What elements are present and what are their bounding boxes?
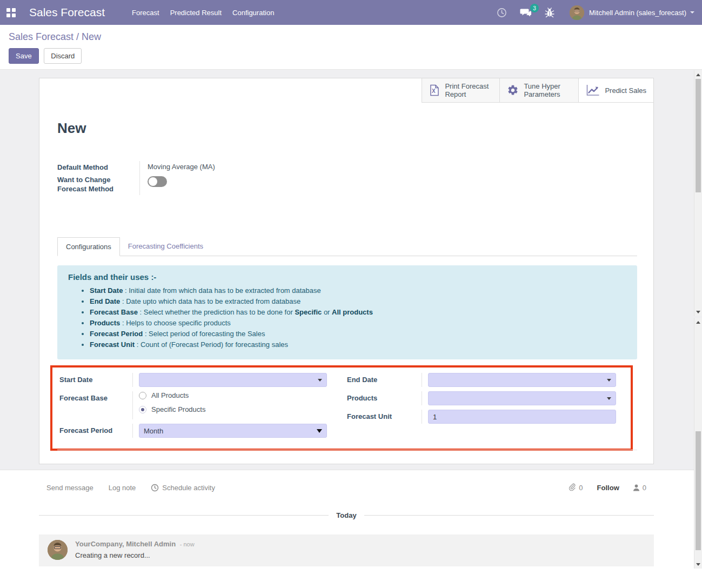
- chart-line-icon: [586, 84, 600, 96]
- top-navbar: Sales Forecast Forecast Predicted Result…: [0, 0, 702, 25]
- forecast-period-label: Forecast Period: [52, 424, 132, 442]
- chatter-right-tools: 0 Follow 0: [555, 483, 646, 492]
- nav-menu-predicted-result[interactable]: Predicted Result: [165, 0, 227, 25]
- user-menu[interactable]: Mitchell Admin (sales_forecast): [589, 9, 694, 17]
- products-input[interactable]: [428, 391, 616, 405]
- scrollbar-thumb[interactable]: [696, 79, 701, 192]
- highlighted-fields-section: Start Date Forecast Base All Products: [50, 365, 633, 451]
- user-name: Mitchell Admin (sales_forecast): [589, 9, 686, 17]
- message-author[interactable]: YourCompany, Mitchell Admin: [75, 540, 176, 548]
- log-note-button[interactable]: Log note: [109, 484, 136, 492]
- apps-menu-icon[interactable]: [6, 8, 16, 17]
- breadcrumb-current: New: [82, 31, 101, 42]
- tab-forecasting-coefficients[interactable]: Forecasting Coefficients: [120, 237, 211, 256]
- chatter: Send message Log note Schedule activity …: [0, 470, 702, 566]
- fields-right-column: End Date Products Foreca: [342, 373, 631, 442]
- clock-icon: [151, 484, 159, 492]
- send-message-button[interactable]: Send message: [46, 484, 93, 492]
- nav-menu-configuration[interactable]: Configuration: [227, 0, 279, 25]
- breadcrumb-parent[interactable]: Sales Forecast: [9, 31, 73, 42]
- info-bullet: Forecast Period : Select period of forec…: [90, 330, 627, 338]
- schedule-activity-label: Schedule activity: [162, 484, 215, 492]
- radio-selected-icon: [139, 406, 146, 413]
- start-date-input[interactable]: [139, 373, 327, 387]
- message-body: Creating a new record...: [75, 551, 195, 559]
- svg-text:X: X: [432, 88, 436, 94]
- app-title[interactable]: Sales Forecast: [29, 6, 105, 19]
- nav-menu-forecast[interactable]: Forecast: [126, 0, 165, 25]
- end-date-label: End Date: [342, 373, 422, 391]
- main-scrollbar[interactable]: [694, 70, 702, 316]
- forecast-unit-field: [428, 410, 616, 424]
- forecast-unit-input[interactable]: [428, 410, 616, 424]
- change-method-toggle[interactable]: [148, 176, 167, 187]
- user-menu-caret-icon: [690, 11, 694, 14]
- scroll-down-icon[interactable]: [694, 560, 702, 568]
- button-label: Print Forecast Report: [445, 82, 492, 98]
- user-avatar[interactable]: [570, 5, 584, 20]
- secondary-scrollbar[interactable]: [694, 318, 702, 569]
- scroll-down-icon[interactable]: [694, 308, 702, 316]
- navbar-right: 3 Mitchell Admin (sales_forecast): [484, 5, 694, 20]
- change-method-label: Want to Change Forecast Method: [57, 173, 138, 195]
- today-divider: Today: [39, 511, 654, 519]
- forecast-unit-label: Forecast Unit: [342, 410, 422, 428]
- radio-all-products[interactable]: All Products: [139, 391, 327, 399]
- nav-menus: Forecast Predicted Result Configuration: [126, 0, 279, 25]
- form-sheet: X Print Forecast Report Tune Hyper Param…: [39, 78, 654, 464]
- control-panel: Sales Forecast / New Save Discard: [0, 25, 702, 70]
- follow-button[interactable]: Follow: [597, 484, 619, 492]
- follower-count: 0: [643, 484, 646, 492]
- notebook-tabs: Configurations Forecasting Coefficients: [57, 237, 637, 256]
- messages-icon[interactable]: 3: [520, 8, 532, 17]
- xls-report-icon: X: [429, 84, 440, 97]
- method-field-group: Default Method Moving Average (MA) Want …: [57, 161, 403, 195]
- message-timestamp: - now: [180, 541, 195, 547]
- predict-sales-button[interactable]: Predict Sales: [578, 78, 653, 103]
- info-bullet-list: Start Date : Initial date from which dat…: [68, 287, 627, 349]
- breadcrumb-separator: /: [76, 31, 82, 42]
- tab-configurations[interactable]: Configurations: [57, 237, 120, 256]
- end-date-field: [428, 373, 616, 387]
- record-title: New: [57, 120, 637, 137]
- form-action-buttons: Save Discard: [9, 48, 693, 64]
- select-arrow-icon: [317, 429, 322, 433]
- schedule-activity-button[interactable]: Schedule activity: [151, 484, 215, 492]
- activities-clock-icon[interactable]: [497, 8, 507, 18]
- info-bullet: Start Date : Initial date from which dat…: [90, 287, 627, 295]
- radio-unselected-icon: [139, 392, 146, 399]
- discard-button[interactable]: Discard: [44, 48, 82, 64]
- today-label: Today: [329, 511, 364, 519]
- toggle-knob: [149, 177, 157, 186]
- attachments-button[interactable]: 0: [568, 483, 583, 492]
- content-area: X Print Forecast Report Tune Hyper Param…: [0, 70, 702, 470]
- save-button[interactable]: Save: [9, 48, 39, 64]
- forecast-period-value: Month: [144, 427, 163, 435]
- scroll-up-icon[interactable]: [694, 71, 702, 78]
- message-author-avatar: [48, 540, 68, 560]
- scroll-up-icon[interactable]: [694, 318, 702, 326]
- followers-button[interactable]: 0: [632, 484, 646, 492]
- end-date-input[interactable]: [428, 373, 616, 387]
- forecast-base-label: Forecast Base: [52, 391, 132, 424]
- message-content: YourCompany, Mitchell Admin - now Creati…: [75, 540, 195, 560]
- radio-specific-products[interactable]: Specific Products: [139, 405, 327, 413]
- forecast-period-select[interactable]: Month: [139, 424, 327, 438]
- person-icon: [632, 484, 640, 492]
- info-bullet: Forecast Unit : Count of (Forecast Perio…: [90, 341, 627, 349]
- print-forecast-report-button[interactable]: X Print Forecast Report: [422, 78, 499, 103]
- scrollbar-thumb[interactable]: [696, 431, 701, 550]
- gear-icon: [507, 84, 519, 96]
- tune-hyper-parameters-button[interactable]: Tune Hyper Parameters: [499, 78, 578, 103]
- bug-icon[interactable]: [545, 8, 554, 18]
- info-bullet: Forecast Base : Select whether the predi…: [90, 309, 627, 316]
- button-label: Predict Sales: [605, 86, 646, 95]
- chatter-toolbar: Send message Log note Schedule activity …: [39, 470, 654, 492]
- fields-left-column: Start Date Forecast Base All Products: [52, 373, 342, 442]
- sheet-body: New Default Method Moving Average (MA) W…: [39, 120, 653, 451]
- radio-all-products-label: All Products: [151, 391, 189, 399]
- default-method-label: Default Method: [57, 161, 139, 173]
- change-method-cell: [139, 173, 403, 195]
- messages-count-badge: 3: [530, 4, 539, 12]
- default-method-value: Moving Average (MA): [139, 161, 403, 173]
